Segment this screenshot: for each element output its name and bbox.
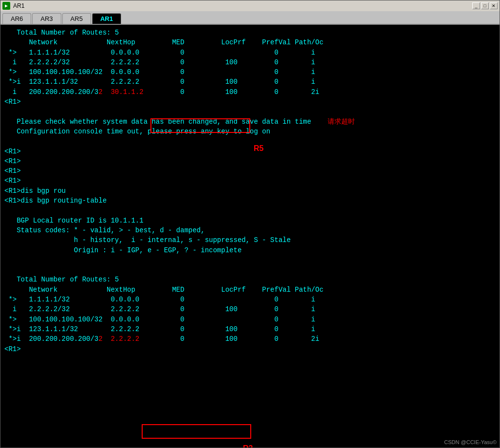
console-timeout: Configuration console time out, please p… (4, 128, 323, 343)
app-icon: ▶ (2, 2, 10, 10)
minimize-button[interactable]: _ (472, 2, 480, 9)
window-controls: _ □ ✕ (472, 2, 498, 9)
red-box-bottom (142, 424, 251, 439)
total-routes-1: Total Number of Routes: 5 Network NextHo… (4, 29, 323, 96)
main-window: ▶ AR1 _ □ ✕ AR6 AR3 AR5 AR1 Total Number… (0, 0, 500, 448)
close-button[interactable]: ✕ (490, 2, 498, 9)
terminal-area[interactable]: Total Number of Routes: 5 Network NextHo… (0, 25, 500, 448)
tab-ar5[interactable]: AR5 (62, 13, 91, 24)
r3-label: R3 (243, 443, 253, 448)
highlighted-nexthop-1: 2 30.1.1.2 (98, 88, 176, 96)
window-title: AR1 (13, 2, 24, 9)
watermark: CSDN @CCIE-Yasu© (444, 439, 497, 447)
r5-label: R5 (254, 143, 263, 154)
highlighted-nexthop-2: 2 2.2.2.2 (98, 335, 176, 343)
timeout-inline: 请求超时 (311, 118, 355, 126)
tab-bar: AR6 AR3 AR5 AR1 (0, 11, 500, 25)
terminal-content: Total Number of Routes: 5 Network NextHo… (4, 28, 496, 354)
title-bar: ▶ AR1 _ □ ✕ (0, 0, 500, 11)
tab-ar6[interactable]: AR6 (2, 13, 31, 24)
tab-ar1[interactable]: AR1 (92, 13, 121, 24)
restore-button[interactable]: □ (481, 2, 489, 9)
title-bar-left: ▶ AR1 (2, 2, 24, 10)
tab-ar3[interactable]: AR3 (32, 13, 61, 24)
